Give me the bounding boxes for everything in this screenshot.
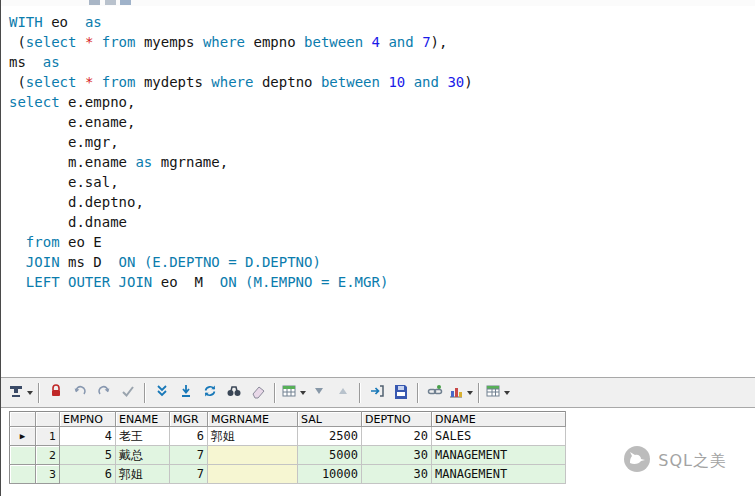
toolbar-separator: [38, 383, 40, 403]
column-header-deptno[interactable]: DEPTNO: [362, 412, 432, 427]
code-line: WITH eo as: [9, 12, 755, 32]
cell-mgr[interactable]: 7: [170, 465, 208, 484]
bar-chart-icon: [448, 383, 464, 403]
cell-mgrname[interactable]: [208, 446, 298, 465]
clipped-icon: [105, 0, 116, 5]
row-number-cell: 1: [36, 427, 60, 446]
cell-ename[interactable]: 老王: [116, 427, 170, 446]
find-button[interactable]: [222, 381, 246, 405]
table-row[interactable]: 36郭姐71000030MANAGEMENT: [10, 465, 566, 484]
fetch-last-button[interactable]: [174, 381, 198, 405]
chevron-down-icon: [467, 391, 473, 395]
clear-button[interactable]: [246, 381, 270, 405]
code-line: (select * from mydepts where deptno betw…: [9, 72, 755, 92]
cell-ename[interactable]: 郭姐: [116, 465, 170, 484]
row-marker-cell: ▶: [10, 427, 36, 446]
table-options-button[interactable]: [484, 381, 511, 405]
cell-mgrname[interactable]: [208, 465, 298, 484]
toolbar-separator: [478, 383, 480, 403]
column-header-dname[interactable]: DNAME: [432, 412, 566, 427]
code-line: e.ename,: [9, 112, 755, 132]
cell-mgr[interactable]: 7: [170, 446, 208, 465]
execute-double-down-icon: [154, 383, 170, 403]
cell-empno[interactable]: 5: [60, 446, 116, 465]
data-grid-icon: [281, 383, 297, 403]
row-marker-cell: [10, 465, 36, 484]
code-line: d.dname: [9, 212, 755, 232]
column-header-mgrname[interactable]: MGRNAME: [208, 412, 298, 427]
chevron-down-icon: [504, 391, 510, 395]
refresh-button[interactable]: [198, 381, 222, 405]
toolbar-separator: [274, 383, 276, 403]
chevron-down-icon: [300, 391, 306, 395]
page-up-triangle-icon: [335, 383, 351, 403]
column-header-sal[interactable]: SAL: [298, 412, 362, 427]
cell-dname[interactable]: MANAGEMENT: [432, 465, 566, 484]
chevron-down-icon: [27, 391, 33, 395]
page-up-button[interactable]: [331, 381, 355, 405]
commit-button[interactable]: [116, 381, 140, 405]
toolbar-separator: [359, 383, 361, 403]
table-row[interactable]: ▶14老王6郭姐250020SALES: [10, 427, 566, 446]
lock-button[interactable]: [44, 381, 68, 405]
undo-arrow-icon: [72, 383, 88, 403]
execute-button[interactable]: [150, 381, 174, 405]
table-row[interactable]: 25戴总7500030MANAGEMENT: [10, 446, 566, 465]
fetch-last-icon: [178, 383, 194, 403]
save-button[interactable]: [389, 381, 413, 405]
gutter-header: [36, 412, 60, 427]
cell-deptno[interactable]: 30: [362, 446, 432, 465]
find-binoculars-icon: [226, 383, 242, 403]
link-button[interactable]: [423, 381, 447, 405]
cell-sal[interactable]: 5000: [298, 446, 362, 465]
code-line: from eo E: [9, 232, 755, 252]
chart-button[interactable]: [447, 381, 474, 405]
break-clamp-icon: [8, 383, 24, 403]
column-header-ename[interactable]: ENAME: [116, 412, 170, 427]
results-toolbar: [1, 377, 755, 408]
clipped-icon: [120, 0, 131, 5]
code-line: select e.empno,: [9, 92, 755, 112]
row-number-cell: 2: [36, 446, 60, 465]
cell-deptno[interactable]: 30: [362, 465, 432, 484]
clipped-top-toolbar: [1, 0, 755, 6]
cell-deptno[interactable]: 20: [362, 427, 432, 446]
column-header-empno[interactable]: EMPNO: [60, 412, 116, 427]
cell-sal[interactable]: 10000: [298, 465, 362, 484]
table-grid-icon: [485, 383, 501, 403]
export-arrow-icon: [369, 383, 385, 403]
redo-button[interactable]: [92, 381, 116, 405]
code-line: ms as: [9, 52, 755, 72]
data-grid-button[interactable]: [280, 381, 307, 405]
results-area: EMPNOENAMEMGRMGRNAMESALDEPTNODNAME ▶14老王…: [1, 411, 755, 496]
page-down-triangle-icon: [311, 383, 327, 403]
code-line: LEFT OUTER JOIN eo M ON (M.EMPNO = E.MGR…: [9, 272, 755, 292]
cell-ename[interactable]: 戴总: [116, 446, 170, 465]
code-line: e.mgr,: [9, 132, 755, 152]
code-line: m.ename as mgrname,: [9, 152, 755, 172]
row-number-cell: 3: [36, 465, 60, 484]
grid-body: ▶14老王6郭姐250020SALES25戴总7500030MANAGEMENT…: [10, 427, 566, 484]
page-down-button[interactable]: [307, 381, 331, 405]
sql-editor[interactable]: WITH eo as (select * from myemps where e…: [1, 6, 755, 377]
sql-window: WITH eo as (select * from myemps where e…: [0, 0, 755, 496]
eraser-icon: [250, 383, 266, 403]
cell-dname[interactable]: SALES: [432, 427, 566, 446]
export-button[interactable]: [365, 381, 389, 405]
break-button[interactable]: [7, 381, 34, 405]
cell-empno[interactable]: 6: [60, 465, 116, 484]
save-floppy-icon: [393, 383, 409, 403]
row-marker-cell: [10, 446, 36, 465]
clipped-icon: [89, 0, 100, 5]
code-line: (select * from myemps where empno betwee…: [9, 32, 755, 52]
cell-sal[interactable]: 2500: [298, 427, 362, 446]
lock-icon: [48, 383, 64, 403]
cell-dname[interactable]: MANAGEMENT: [432, 446, 566, 465]
cell-empno[interactable]: 4: [60, 427, 116, 446]
column-header-mgr[interactable]: MGR: [170, 412, 208, 427]
code-line: e.sal,: [9, 172, 755, 192]
cell-mgr[interactable]: 6: [170, 427, 208, 446]
results-grid: EMPNOENAMEMGRMGRNAMESALDEPTNODNAME ▶14老王…: [9, 411, 566, 484]
cell-mgrname[interactable]: 郭姐: [208, 427, 298, 446]
undo-button[interactable]: [68, 381, 92, 405]
